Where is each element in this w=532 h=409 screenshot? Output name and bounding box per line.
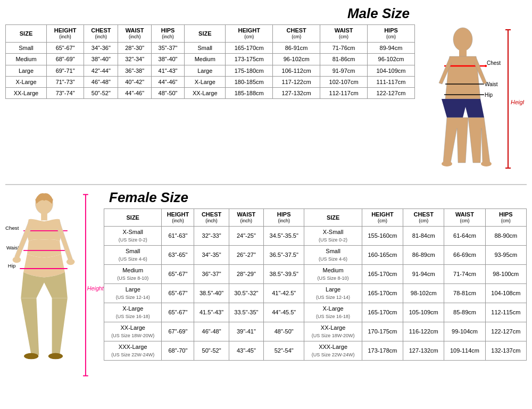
male-col-waist-inch: WAIST(inch) — [118, 25, 151, 43]
male-figure: Height Chest Waist Hip — [420, 24, 527, 179]
female-col-chest-inch: CHEST(inch) — [194, 209, 229, 227]
female-table-cell: 85-89cm — [444, 303, 485, 322]
male-table-cell: Medium — [185, 54, 226, 65]
female-table-cell: X-Large(US Size 16-18) — [104, 303, 162, 322]
male-content: SIZE HEIGHT(inch) CHEST(inch) WAIST(inch… — [5, 24, 527, 179]
female-table-cell: 65"-67" — [162, 283, 194, 303]
male-table-cell: 96-102cm — [273, 54, 320, 65]
male-table-cell: 111-117cm — [368, 76, 415, 87]
female-table-cell: 86-89cm — [403, 245, 444, 264]
female-table-cell: 43"-45" — [229, 341, 263, 360]
female-table-cell: 81-84cm — [403, 226, 444, 245]
female-table-cell: XX-Large(US Size 18W-20W) — [304, 322, 362, 341]
svg-text:Hip: Hip — [8, 263, 16, 269]
male-table-cell: 71-76cm — [320, 42, 368, 53]
female-table-cell: 34.5"-35.5" — [264, 226, 304, 245]
male-table-cell: XX-Large — [6, 88, 47, 99]
female-table-cell: 165-170cm — [362, 283, 403, 303]
female-table-cell: 105-109cm — [403, 303, 444, 322]
male-col-height-cm: HEIGHT(cm) — [226, 25, 273, 43]
male-table-wrap: SIZE HEIGHT(inch) CHEST(inch) WAIST(inch… — [5, 24, 415, 99]
female-table-cell: 66-69cm — [444, 245, 485, 264]
female-table-cell: 132-137cm — [485, 341, 526, 360]
female-table-cell: 99-104cm — [444, 322, 485, 341]
female-table-cell: 67"-69" — [162, 322, 194, 341]
male-table-cell: 38"-40" — [151, 54, 184, 65]
svg-text:Waist: Waist — [485, 81, 498, 87]
svg-rect-20 — [41, 213, 47, 221]
male-col-hips-inch: HIPS(inch) — [151, 25, 184, 43]
male-table-cell: 73"-74" — [47, 88, 84, 99]
male-table-cell: Large — [185, 65, 226, 76]
male-table-cell: X-Large — [185, 76, 226, 87]
male-table-cell: 91-97cm — [320, 65, 368, 76]
male-col-hips-cm: HIPS(cm) — [368, 25, 415, 43]
male-table: SIZE HEIGHT(inch) CHEST(inch) WAIST(inch… — [5, 24, 415, 99]
female-table-cell: XXX-Large(US Size 22W-24W) — [304, 341, 362, 360]
female-table-cell: 44"-45.5" — [264, 303, 304, 322]
female-table-cell: 39"-41" — [229, 322, 263, 341]
female-table-cell: 170-175cm — [362, 322, 403, 341]
male-table-cell: 81-86cm — [320, 54, 368, 65]
male-table-cell: 86-91cm — [273, 42, 320, 53]
male-section: Male Size SIZE HEIGHT(inch) CHEST(inch) … — [5, 5, 527, 179]
male-title: Male Size — [5, 5, 527, 24]
female-table-cell: 50"-52" — [194, 341, 229, 360]
male-table-cell: 180-185cm — [226, 76, 273, 87]
svg-text:Chest: Chest — [5, 225, 19, 231]
female-table-cell: 46"-48" — [194, 322, 229, 341]
male-table-cell: 38"-40" — [84, 54, 118, 65]
svg-point-14 — [481, 161, 492, 166]
male-table-cell: Small — [6, 42, 47, 53]
male-table-cell: Small — [185, 42, 226, 53]
male-col-height-inch: HEIGHT(inch) — [47, 25, 84, 43]
svg-point-28 — [66, 258, 75, 265]
svg-text:Height: Height — [511, 99, 524, 105]
female-table-cell: 127-132cm — [403, 341, 444, 360]
female-table: SIZE HEIGHT(inch) CHEST(inch) WAIST(inch… — [104, 208, 527, 361]
female-table-cell: 65"-67" — [162, 264, 194, 283]
male-table-cell: 42"-44" — [84, 65, 118, 76]
female-table-cell: 38.5"-40" — [194, 283, 229, 303]
male-table-cell: 35"-37" — [151, 42, 184, 53]
female-table-cell: 34"-35" — [194, 245, 229, 264]
female-table-cell: 30.5"-32" — [229, 283, 263, 303]
male-table-cell: 165-170cm — [226, 42, 273, 53]
female-table-cell: 32"-33" — [194, 226, 229, 245]
male-figure-svg: Height Chest Waist Hip — [423, 24, 524, 179]
male-table-cell: 112-117cm — [320, 88, 368, 99]
female-table-cell: 24"-25" — [229, 226, 263, 245]
female-table-cell: 116-122cm — [403, 322, 444, 341]
male-table-cell: 106-112cm — [273, 65, 320, 76]
female-figure-svg: Height Chest Waist Hip — [5, 189, 104, 386]
female-table-cell: 36.5"-37.5" — [264, 245, 304, 264]
male-table-cell: Large — [6, 65, 47, 76]
female-table-cell: 36"-37" — [194, 264, 229, 283]
female-table-cell: 26"-27" — [229, 245, 263, 264]
female-table-cell: Small(US Size 4-6) — [104, 245, 162, 264]
female-table-cell: 41.5"-43" — [194, 303, 229, 322]
female-table-cell: XXX-Large(US Size 22W-24W) — [104, 341, 162, 360]
section-divider — [5, 184, 527, 185]
female-table-cell: 155-160cm — [362, 226, 403, 245]
male-table-cell: 50"-52" — [84, 88, 118, 99]
male-col-size-cm: SIZE — [185, 25, 226, 43]
female-table-cell: Medium(US Size 8-10) — [104, 264, 162, 283]
male-table-cell: 117-122cm — [273, 76, 320, 87]
svg-text:Height: Height — [87, 285, 104, 291]
male-table-cell: 122-127cm — [368, 88, 415, 99]
male-table-cell: 28"-30" — [118, 42, 151, 53]
male-table-cell: 44"-46" — [151, 76, 184, 87]
male-table-cell: 127-132cm — [273, 88, 320, 99]
male-table-cell: XX-Large — [185, 88, 226, 99]
female-table-cell: 68"-70" — [162, 341, 194, 360]
svg-point-27 — [13, 257, 21, 263]
female-table-cell: 93-95cm — [485, 245, 526, 264]
female-table-cell: X-Small(US Size 0-2) — [104, 226, 162, 245]
svg-text:Hip: Hip — [485, 92, 493, 98]
female-title: Female Size — [104, 189, 527, 206]
male-table-cell: 71"-73" — [47, 76, 84, 87]
male-col-chest-inch: CHEST(inch) — [84, 25, 118, 43]
svg-point-30 — [48, 353, 63, 360]
male-table-cell: X-Large — [6, 76, 47, 87]
